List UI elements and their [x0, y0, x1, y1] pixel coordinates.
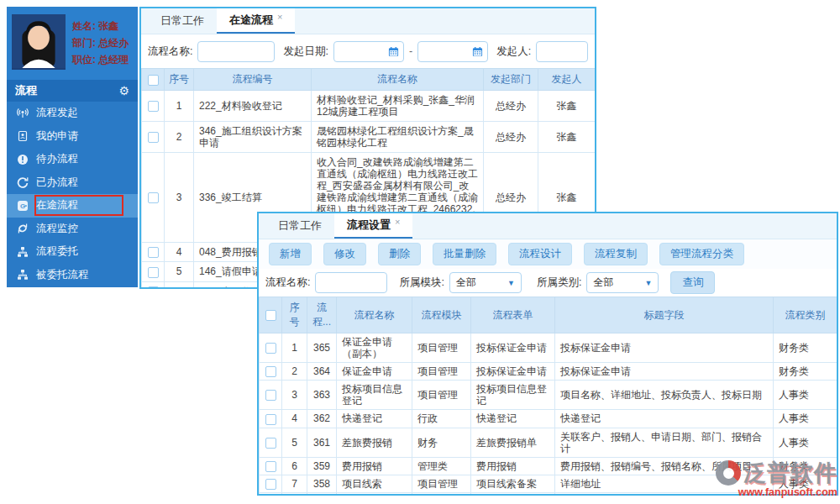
- row-checkbox[interactable]: [265, 479, 276, 490]
- title-fields-cell: 关联客户、报销人、申请日期、部门、报销合计: [555, 428, 774, 457]
- toolbar-button[interactable]: 流程复制: [584, 243, 648, 265]
- toolbar-button[interactable]: 新增: [269, 243, 312, 265]
- seq-cell: 4: [282, 410, 307, 428]
- table-row[interactable]: 3 363 投标项目信息登记 项目管理 投标项目信息登记 项目名称、详细地址、投…: [260, 381, 837, 410]
- start-date-from-field[interactable]: [333, 41, 404, 62]
- row-checkbox-cell: [260, 475, 282, 492]
- dept-cell: 总经办: [484, 122, 538, 153]
- seq-cell: 2: [282, 363, 307, 381]
- date-range-separator: -: [409, 45, 412, 57]
- sidebar-menu: 流程发起 我的申请 待办流程 已办流程 G 在途流程: [7, 102, 138, 286]
- row-checkbox[interactable]: [148, 247, 159, 258]
- watermark-url: www.fanpusoft.com: [716, 486, 837, 498]
- flow-name-cell: 投标项目信息登记: [337, 381, 412, 410]
- select-all-checkbox[interactable]: [265, 310, 276, 321]
- title-fields-cell: 投标保证金申请: [555, 363, 774, 381]
- tab-daily-work[interactable]: 日常工作: [148, 8, 217, 34]
- tab-daily-work[interactable]: 日常工作: [265, 213, 334, 239]
- select-all-checkbox-cell: [260, 297, 282, 333]
- table-row[interactable]: 2 346_施工组织设计方案申请 晟铭园林绿化工程组织设计方案_晟铭园林绿化工程…: [142, 122, 596, 153]
- row-checkbox-cell: [260, 333, 282, 363]
- close-icon[interactable]: ×: [277, 12, 282, 22]
- sidebar-item-flow-start[interactable]: 流程发起: [7, 102, 138, 125]
- toolbar-button[interactable]: 修改: [323, 243, 366, 265]
- column-header: 流程名称: [312, 69, 484, 91]
- flow-number-cell: 363: [307, 381, 337, 410]
- row-checkbox-cell: [260, 410, 282, 428]
- calendar-icon[interactable]: [472, 46, 483, 57]
- flow-category-cell: 人事类: [774, 381, 837, 410]
- flow-module-cell: 财务: [412, 428, 471, 457]
- select-all-checkbox[interactable]: [148, 75, 159, 86]
- row-checkbox[interactable]: [148, 132, 159, 143]
- row-checkbox[interactable]: [148, 286, 159, 289]
- flow-name-cell: 晟铭园林绿化工程组织设计方案_晟铭园林绿化工程: [312, 122, 484, 153]
- row-checkbox[interactable]: [265, 366, 276, 377]
- sidebar-item-my-applications[interactable]: 我的申请: [7, 125, 138, 149]
- row-checkbox[interactable]: [148, 192, 159, 203]
- start-date-to-field[interactable]: [417, 41, 488, 62]
- flow-name-cell: 快递登记: [337, 410, 412, 428]
- flow-name-input[interactable]: [197, 41, 275, 62]
- toolbar-button[interactable]: 批量删除: [433, 243, 496, 265]
- flow-name-input[interactable]: [315, 272, 387, 293]
- table-row[interactable]: 1 222_材料验收登记 材料验收登记_材料采购_张鑫_华润12城房建工程项目 …: [142, 91, 596, 122]
- seq-cell: 3: [282, 381, 307, 410]
- row-checkbox[interactable]: [265, 461, 276, 472]
- seq-cell: 2: [165, 122, 194, 153]
- sidebar-item-flow-delegate[interactable]: 流程委托: [7, 240, 138, 264]
- table-header-row: 序号流程...流程名称流程模块流程表单标题字段流程类别: [260, 297, 837, 333]
- sitemap-icon: [16, 269, 29, 281]
- flow-code-cell: 346_施工组织设计方案申请: [194, 122, 312, 153]
- category-select[interactable]: 全部 ▼: [586, 272, 659, 293]
- row-checkbox-cell: [260, 457, 282, 475]
- flow-category-cell: 人事类: [774, 410, 837, 428]
- sidebar-item-delegated-flows[interactable]: 被委托流程: [7, 264, 138, 287]
- close-icon[interactable]: ×: [395, 217, 400, 227]
- flow-name-label: 流程名称:: [148, 45, 192, 59]
- sidebar-item-pending-flows[interactable]: 待办流程: [7, 148, 138, 171]
- start-date-to-input[interactable]: [423, 45, 470, 57]
- flow-number-cell: 357: [307, 493, 337, 496]
- flow-form-cell: 投标保证金申请: [471, 363, 555, 381]
- toolbar-button[interactable]: 管理流程分类: [659, 243, 744, 265]
- dept-cell: 总经办: [484, 91, 538, 122]
- category-label: 所属类别:: [537, 276, 581, 290]
- sidebar-item-flow-monitor[interactable]: 流程监控: [7, 218, 138, 241]
- row-checkbox[interactable]: [265, 438, 276, 449]
- sidebar-item-label: 我的申请: [36, 129, 78, 144]
- toolbar-button[interactable]: 删除: [378, 243, 421, 265]
- row-checkbox[interactable]: [148, 101, 159, 112]
- tab-flow-settings[interactable]: 流程设置 ×: [334, 213, 412, 239]
- flow-number-cell: 358: [307, 475, 337, 492]
- flow-category-cell: 人事类: [774, 428, 837, 457]
- start-date-from-input[interactable]: [339, 45, 386, 57]
- toolbar-button[interactable]: 流程设计: [508, 243, 572, 265]
- search-button[interactable]: 查询: [670, 271, 715, 294]
- table-row[interactable]: 1 365 保证金申请（副本） 项目管理 投标保证金申请 投标保证金申请 财务类: [260, 333, 837, 363]
- table-row[interactable]: 5 361 差旅费报销 财务 差旅费报销单 关联客户、报销人、申请日期、部门、报…: [260, 428, 837, 457]
- row-checkbox[interactable]: [265, 343, 276, 354]
- gear-icon[interactable]: ⚙: [118, 84, 129, 97]
- initiator-input[interactable]: [536, 41, 588, 62]
- sidebar-item-done-flows[interactable]: 已办流程: [7, 171, 138, 195]
- table-row[interactable]: 2 364 保证金申请 项目管理 投标保证金申请 投标保证金申请 财务类: [260, 363, 837, 381]
- sidebar-item-label: 流程委托: [36, 244, 78, 259]
- row-checkbox[interactable]: [148, 267, 159, 278]
- sync-icon: [16, 223, 29, 235]
- row-checkbox[interactable]: [265, 390, 276, 401]
- module-select[interactable]: 全部 ▼: [449, 272, 522, 293]
- sidebar-item-in-transit-flows[interactable]: G 在途流程: [7, 194, 138, 218]
- row-checkbox-cell: [142, 122, 165, 153]
- select-all-checkbox-cell: [142, 69, 165, 91]
- g-badge-icon: G: [16, 199, 29, 212]
- column-header: 标题字段: [555, 297, 774, 333]
- column-header: 流程类别: [774, 297, 837, 333]
- row-checkbox[interactable]: [265, 414, 276, 425]
- calendar-icon[interactable]: [388, 46, 399, 57]
- row-checkbox-cell: [260, 493, 282, 496]
- tab-in-transit-flows[interactable]: 在途流程 ×: [217, 8, 295, 34]
- sidebar-item-label: 流程发起: [36, 106, 78, 120]
- table-row[interactable]: 4 362 快递登记 行政 快递登记 快递登记 人事类: [260, 410, 837, 428]
- row-checkbox-cell: [142, 281, 165, 289]
